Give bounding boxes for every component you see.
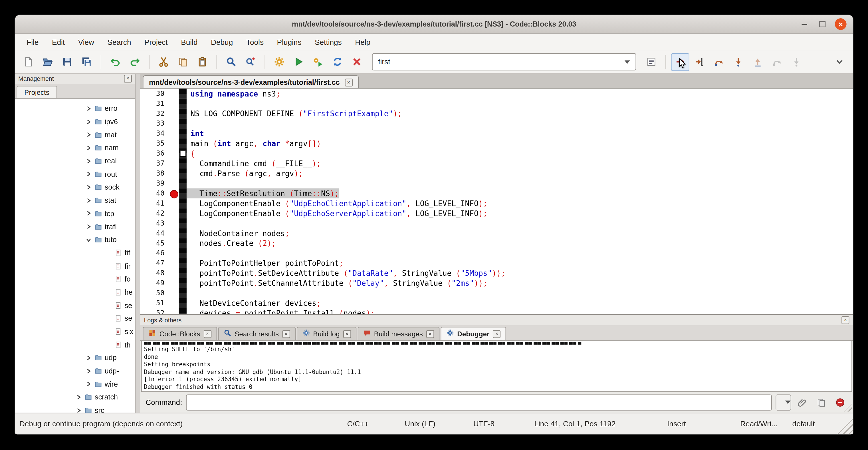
tree-item-rout[interactable]: rout [15, 168, 135, 181]
tree-item-he[interactable]: he [15, 286, 135, 299]
close-icon[interactable]: × [124, 75, 132, 83]
chevron-right-icon[interactable] [86, 198, 92, 203]
close-icon[interactable]: × [204, 330, 211, 337]
chevron-right-icon[interactable] [86, 355, 92, 361]
menu-search[interactable]: Search [101, 36, 137, 49]
tree-item-se[interactable]: se [15, 312, 135, 325]
menu-edit[interactable]: Edit [46, 36, 71, 49]
breakpoint-margin[interactable] [169, 148, 179, 158]
fold-margin[interactable] [179, 298, 187, 308]
breakpoint-margin[interactable] [169, 248, 179, 258]
next-line-button[interactable] [710, 53, 728, 70]
paste-button[interactable] [193, 53, 211, 70]
fold-margin[interactable] [179, 128, 187, 139]
fold-margin[interactable] [179, 228, 187, 238]
logs-tab-build-messages[interactable]: Build messages× [357, 327, 439, 340]
fold-margin[interactable] [179, 178, 187, 188]
breakpoint-margin[interactable] [169, 228, 179, 238]
menu-build[interactable]: Build [175, 36, 204, 49]
command-dropdown-button[interactable] [776, 394, 791, 410]
chevron-right-icon[interactable] [86, 158, 92, 163]
copy-button[interactable] [174, 53, 192, 70]
fold-margin[interactable] [179, 188, 187, 199]
tree-item-ipv6[interactable]: ipv6 [15, 115, 135, 128]
line-number[interactable]: 30 [140, 89, 169, 98]
chevron-right-icon[interactable] [86, 184, 92, 190]
chevron-right-icon[interactable] [86, 171, 92, 177]
chevron-right-icon[interactable] [86, 119, 92, 124]
line-number[interactable]: 35 [140, 139, 169, 148]
tree-item-stat[interactable]: stat [15, 194, 135, 207]
line-number[interactable]: 32 [140, 109, 169, 119]
attach-button[interactable] [795, 395, 810, 410]
redo-button[interactable] [126, 53, 144, 70]
run-to-cursor-button[interactable] [690, 53, 709, 70]
line-number[interactable]: 47 [140, 258, 169, 268]
line-number[interactable]: 50 [140, 288, 169, 298]
chevron-right-icon[interactable] [86, 381, 92, 387]
menu-view[interactable]: View [72, 36, 100, 49]
breakpoint-margin[interactable] [169, 218, 179, 228]
line-number[interactable]: 39 [140, 178, 169, 188]
breakpoint-margin[interactable] [169, 128, 179, 139]
breakpoint-margin[interactable] [169, 139, 179, 148]
tree-item-trafl[interactable]: trafl [15, 220, 135, 233]
tab-projects[interactable]: Projects [17, 86, 57, 98]
line-number[interactable]: 36 [140, 148, 169, 158]
undo-button[interactable] [106, 53, 125, 70]
chevron-right-icon[interactable] [86, 224, 92, 229]
breakpoint-margin[interactable] [169, 258, 179, 268]
chevron-right-icon[interactable] [86, 145, 92, 150]
replace-button[interactable] [241, 53, 260, 70]
search-options-button[interactable] [642, 53, 660, 70]
abort-button[interactable] [348, 53, 366, 70]
breakpoint-margin[interactable] [169, 188, 179, 199]
menu-debug[interactable]: Debug [205, 36, 239, 49]
close-icon[interactable]: × [345, 79, 352, 86]
fold-margin[interactable] [179, 109, 187, 119]
line-number[interactable]: 46 [140, 248, 169, 258]
menu-plugins[interactable]: Plugins [271, 36, 308, 49]
breakpoint-marker[interactable] [170, 190, 178, 198]
chevron-right-icon[interactable] [86, 211, 92, 216]
fold-margin[interactable] [179, 278, 187, 288]
next-instruction-button[interactable] [768, 53, 786, 70]
breakpoint-margin[interactable] [169, 268, 179, 278]
minimize-button[interactable] [798, 18, 810, 30]
project-tree[interactable]: erroipv6matnamrealroutsockstattcptrafltu… [15, 98, 135, 413]
maximize-button[interactable] [817, 18, 828, 30]
line-number[interactable]: 34 [140, 128, 169, 139]
search-combo[interactable]: first [372, 53, 636, 70]
line-number[interactable]: 52 [140, 308, 169, 314]
toolbar-overflow-button[interactable] [830, 53, 848, 70]
fold-margin[interactable] [179, 288, 187, 298]
tree-item-nam[interactable]: nam [15, 141, 135, 154]
command-input[interactable] [186, 394, 772, 410]
debugger-output[interactable]: Setting SHELL to '/bin/sh'doneSetting br… [141, 341, 852, 392]
breakpoint-margin[interactable] [169, 169, 179, 178]
menu-file[interactable]: File [21, 36, 45, 49]
step-into-instruction-button[interactable] [787, 53, 806, 70]
breakpoint-margin[interactable] [169, 208, 179, 218]
tree-item-real[interactable]: real [15, 154, 135, 168]
line-number[interactable]: 48 [140, 268, 169, 278]
build-and-run-button[interactable] [309, 53, 327, 70]
fold-margin[interactable] [179, 248, 187, 258]
fold-margin[interactable] [179, 208, 187, 218]
menu-help[interactable]: Help [349, 36, 377, 49]
fold-margin[interactable] [179, 89, 187, 98]
close-icon[interactable]: × [343, 330, 351, 337]
debug-continue-button[interactable] [671, 53, 689, 70]
fold-margin[interactable] [179, 308, 187, 314]
line-number[interactable]: 33 [140, 119, 169, 128]
breakpoint-margin[interactable] [169, 109, 179, 119]
fold-margin[interactable] [179, 169, 187, 178]
line-number[interactable]: 41 [140, 199, 169, 208]
logs-tab-debugger[interactable]: Debugger× [440, 327, 506, 340]
build-button[interactable] [270, 53, 288, 70]
line-number[interactable]: 43 [140, 218, 169, 228]
logs-tab-build-log[interactable]: Build log× [297, 327, 356, 340]
breakpoint-margin[interactable] [169, 178, 179, 188]
line-number[interactable]: 42 [140, 208, 169, 218]
code-editor[interactable]: 30using namespace ns3;3132NS_LOG_COMPONE… [140, 89, 853, 314]
